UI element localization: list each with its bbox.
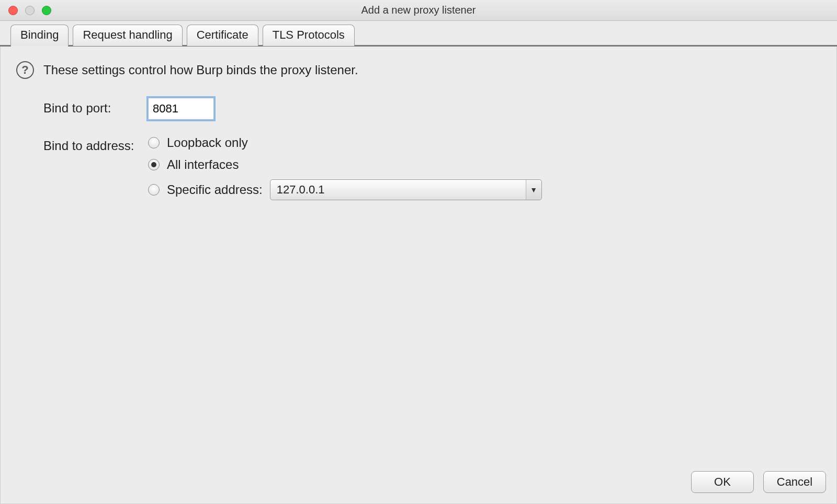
radio-specific-address[interactable] [148, 184, 160, 196]
close-icon[interactable] [8, 6, 18, 15]
help-row: ? These settings control how Burp binds … [16, 61, 821, 79]
radio-item-loopback[interactable]: Loopback only [148, 135, 542, 150]
row-bind-port: Bind to port: [43, 98, 821, 120]
bind-port-input[interactable] [148, 98, 214, 120]
radio-item-specific[interactable]: Specific address: 127.0.0.1 ▼ [148, 179, 542, 200]
radio-loopback[interactable] [148, 137, 160, 148]
maximize-icon[interactable] [42, 6, 51, 15]
form: Bind to port: Bind to address: Loopback … [43, 98, 821, 200]
help-text: These settings control how Burp binds th… [43, 63, 358, 77]
minimize-icon[interactable] [25, 6, 35, 15]
row-bind-address: Bind to address: Loopback only All inter… [43, 135, 821, 200]
label-bind-port: Bind to port: [43, 98, 148, 116]
tabs: Binding Request handling Certificate TLS… [0, 21, 837, 46]
window-controls [8, 6, 51, 15]
radio-label-specific: Specific address: [167, 182, 263, 197]
chevron-down-icon: ▼ [526, 180, 541, 200]
tab-certificate[interactable]: Certificate [187, 25, 258, 46]
tab-panel: ? These settings control how Burp binds … [0, 46, 837, 504]
label-bind-address: Bind to address: [43, 135, 148, 153]
cancel-button[interactable]: Cancel [763, 471, 826, 493]
panel-inner: ? These settings control how Burp binds … [0, 47, 837, 504]
specific-address-select[interactable]: 127.0.0.1 ▼ [270, 179, 542, 200]
window-body: Binding Request handling Certificate TLS… [0, 21, 837, 504]
radio-item-all[interactable]: All interfaces [148, 157, 542, 172]
radio-label-all: All interfaces [167, 157, 239, 172]
tab-request-handling[interactable]: Request handling [73, 25, 182, 46]
tab-tls-protocols[interactable]: TLS Protocols [263, 25, 355, 46]
specific-address-value: 127.0.0.1 [270, 183, 526, 197]
titlebar: Add a new proxy listener [0, 0, 837, 21]
ok-button[interactable]: OK [691, 471, 754, 493]
help-icon[interactable]: ? [16, 61, 34, 79]
radio-all-interfaces[interactable] [148, 159, 160, 170]
radio-group-bind-address: Loopback only All interfaces Specific ad… [148, 135, 542, 200]
tab-binding[interactable]: Binding [10, 25, 69, 46]
window-title: Add a new proxy listener [361, 4, 476, 16]
radio-label-loopback: Loopback only [167, 135, 248, 150]
dialog-footer: OK Cancel [691, 471, 826, 493]
